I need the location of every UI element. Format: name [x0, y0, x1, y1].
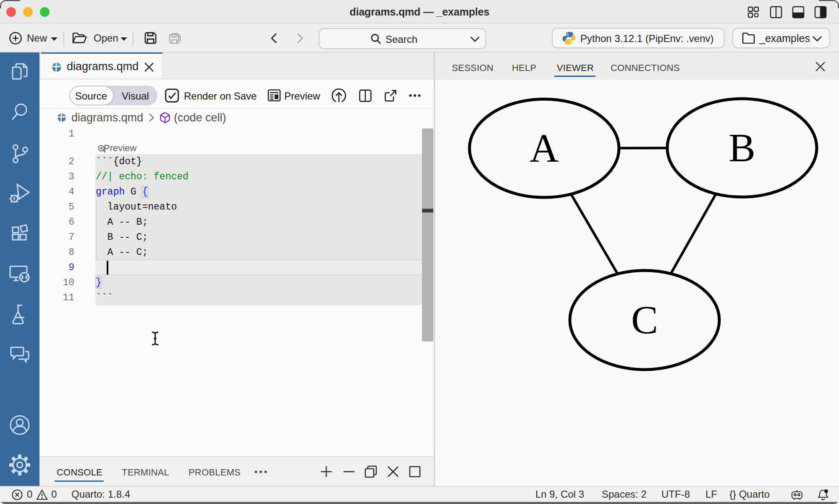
- svg-text:A: A: [530, 126, 558, 171]
- svg-text:C: C: [631, 297, 658, 342]
- svg-text:B: B: [729, 125, 755, 170]
